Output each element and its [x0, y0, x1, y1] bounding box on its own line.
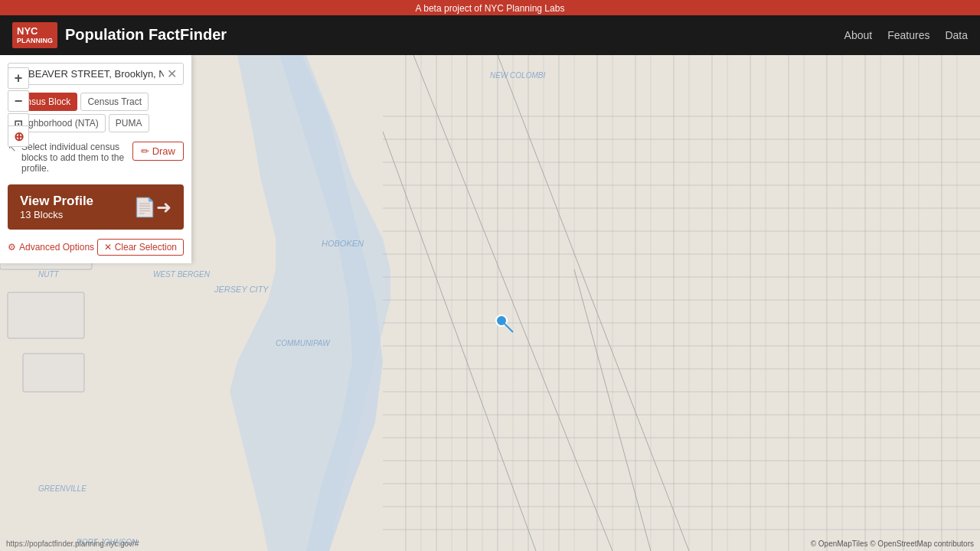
- draw-pencil-icon: ✏: [141, 145, 149, 157]
- svg-text:COMMUNIPAW: COMMUNIPAW: [276, 339, 331, 347]
- view-profile-text: View Profile 13 Blocks: [20, 194, 93, 220]
- view-profile-button[interactable]: View Profile 13 Blocks 📄➜: [8, 184, 184, 230]
- settings-icon: ⚙: [8, 242, 16, 253]
- search-bar[interactable]: ✕: [8, 63, 184, 85]
- tab-census-tract[interactable]: Census Tract: [80, 93, 149, 111]
- logo: NYC PLANNING Population FactFinder: [12, 22, 227, 48]
- url-bar: https://popfactfinder.planning.nyc.gov/#: [6, 540, 139, 548]
- location-button[interactable]: ⊕: [8, 126, 29, 147]
- svg-rect-58: [23, 354, 84, 392]
- x-icon: ✕: [104, 242, 112, 253]
- tabs: Census Block Census Tract Neighborhood (…: [8, 93, 184, 132]
- zoom-out-button[interactable]: −: [8, 90, 29, 112]
- tab-puma[interactable]: PUMA: [109, 114, 149, 132]
- nav-about[interactable]: About: [844, 29, 873, 41]
- search-clear-icon[interactable]: ✕: [167, 67, 177, 81]
- svg-text:JERSEY CITY: JERSEY CITY: [214, 285, 269, 294]
- nav: About Features Data: [844, 29, 968, 41]
- svg-text:HOBOKEN: HOBOKEN: [322, 239, 364, 248]
- app-title: Population FactFinder: [65, 26, 227, 44]
- svg-text:NUTT: NUTT: [38, 270, 60, 279]
- nav-data[interactable]: Data: [945, 29, 968, 41]
- svg-text:NEW COLOMBI: NEW COLOMBI: [490, 71, 545, 80]
- logo-nyc: NYC: [17, 25, 53, 37]
- advanced-options[interactable]: ⚙ Advanced Options: [8, 242, 94, 253]
- view-profile-icon: 📄➜: [133, 197, 172, 218]
- logo-planning: PLANNING: [17, 37, 53, 45]
- nav-features[interactable]: Features: [887, 29, 929, 41]
- logo-box: NYC PLANNING: [12, 22, 57, 48]
- draw-button[interactable]: ✏ Draw: [132, 142, 184, 161]
- bottom-actions: ⚙ Advanced Options ✕ Clear Selection: [8, 239, 184, 256]
- search-input[interactable]: [15, 68, 164, 80]
- svg-rect-57: [8, 292, 84, 338]
- svg-text:GREENVILLE: GREENVILLE: [38, 484, 87, 493]
- clear-selection-button[interactable]: ✕ Clear Selection: [97, 239, 184, 256]
- svg-text:WEST BERGEN: WEST BERGEN: [153, 270, 211, 279]
- header: NYC PLANNING Population FactFinder About…: [0, 15, 980, 55]
- beta-banner: A beta project of NYC Planning Labs: [0, 0, 980, 17]
- attribution: © OpenMapTiles © OpenStreetMap contribut…: [811, 540, 974, 548]
- zoom-in-button[interactable]: +: [8, 67, 29, 89]
